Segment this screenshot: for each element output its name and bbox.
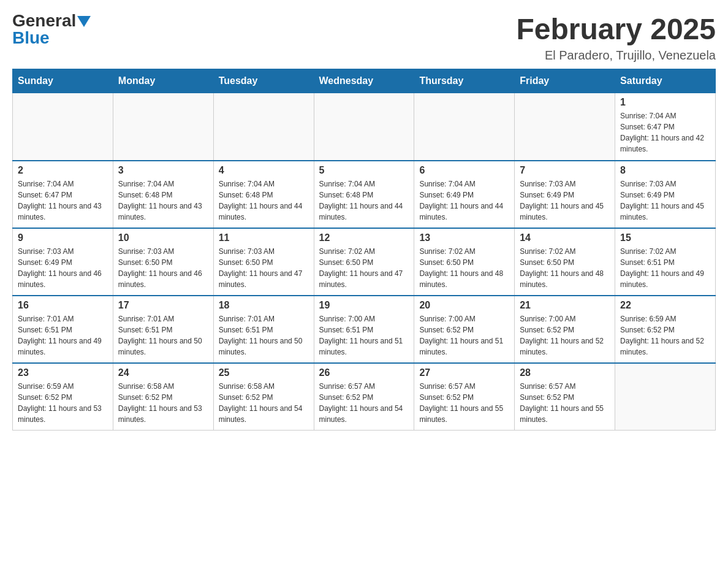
day-info: Sunrise: 7:03 AMSunset: 6:49 PMDaylight:… [520, 178, 610, 223]
day-info: Sunrise: 7:03 AMSunset: 6:50 PMDaylight:… [219, 246, 309, 290]
day-number: 20 [419, 300, 509, 311]
header-monday: Monday [113, 69, 213, 93]
header-thursday: Thursday [414, 69, 515, 93]
day-number: 27 [419, 367, 509, 378]
table-row: 6Sunrise: 7:04 AMSunset: 6:49 PMDaylight… [414, 161, 515, 228]
table-row: 27Sunrise: 6:57 AMSunset: 6:52 PMDayligh… [414, 363, 515, 431]
table-row: 21Sunrise: 7:00 AMSunset: 6:52 PMDayligh… [515, 296, 615, 363]
day-number: 28 [520, 367, 610, 378]
table-row [213, 93, 314, 161]
day-number: 15 [620, 232, 710, 243]
day-info: Sunrise: 6:58 AMSunset: 6:52 PMDaylight:… [118, 381, 208, 425]
day-info: Sunrise: 7:00 AMSunset: 6:51 PMDaylight:… [319, 313, 409, 358]
table-row: 10Sunrise: 7:03 AMSunset: 6:50 PMDayligh… [113, 228, 213, 296]
table-row: 4Sunrise: 7:04 AMSunset: 6:48 PMDaylight… [213, 161, 314, 228]
day-info: Sunrise: 7:00 AMSunset: 6:52 PMDaylight:… [520, 313, 610, 358]
day-number: 26 [319, 367, 409, 378]
day-number: 7 [520, 165, 610, 176]
table-row: 7Sunrise: 7:03 AMSunset: 6:49 PMDaylight… [515, 161, 615, 228]
day-number: 3 [118, 165, 208, 176]
svg-marker-0 [77, 16, 91, 27]
table-row: 17Sunrise: 7:01 AMSunset: 6:51 PMDayligh… [113, 296, 213, 363]
header-sunday: Sunday [13, 69, 113, 93]
day-number: 13 [419, 232, 509, 243]
header-friday: Friday [515, 69, 615, 93]
logo-triangle-icon [77, 16, 91, 27]
weekday-header-row: Sunday Monday Tuesday Wednesday Thursday… [13, 69, 716, 93]
day-number: 14 [520, 232, 610, 243]
table-row [113, 93, 213, 161]
calendar-week-row: 9Sunrise: 7:03 AMSunset: 6:49 PMDaylight… [13, 228, 716, 296]
table-row: 20Sunrise: 7:00 AMSunset: 6:52 PMDayligh… [414, 296, 515, 363]
table-row: 23Sunrise: 6:59 AMSunset: 6:52 PMDayligh… [13, 363, 113, 431]
title-area: February 2025 El Paradero, Trujillo, Ven… [516, 12, 716, 63]
calendar-table: Sunday Monday Tuesday Wednesday Thursday… [12, 69, 716, 431]
day-number: 12 [319, 232, 409, 243]
table-row: 5Sunrise: 7:04 AMSunset: 6:48 PMDaylight… [314, 161, 414, 228]
table-row: 3Sunrise: 7:04 AMSunset: 6:48 PMDaylight… [113, 161, 213, 228]
day-info: Sunrise: 7:01 AMSunset: 6:51 PMDaylight:… [118, 313, 208, 358]
table-row: 22Sunrise: 6:59 AMSunset: 6:52 PMDayligh… [615, 296, 716, 363]
day-info: Sunrise: 6:57 AMSunset: 6:52 PMDaylight:… [520, 381, 610, 425]
calendar-week-row: 2Sunrise: 7:04 AMSunset: 6:47 PMDaylight… [13, 161, 716, 228]
table-row: 1Sunrise: 7:04 AMSunset: 6:47 PMDaylight… [615, 93, 716, 161]
day-number: 18 [219, 300, 309, 311]
day-number: 17 [118, 300, 208, 311]
table-row [515, 93, 615, 161]
header-wednesday: Wednesday [314, 69, 414, 93]
day-info: Sunrise: 7:00 AMSunset: 6:52 PMDaylight:… [419, 313, 509, 358]
day-number: 24 [118, 367, 208, 378]
day-info: Sunrise: 7:04 AMSunset: 6:48 PMDaylight:… [219, 178, 309, 223]
day-info: Sunrise: 7:02 AMSunset: 6:50 PMDaylight:… [419, 246, 509, 290]
calendar-week-row: 1Sunrise: 7:04 AMSunset: 6:47 PMDaylight… [13, 93, 716, 161]
day-info: Sunrise: 7:03 AMSunset: 6:49 PMDaylight:… [18, 246, 108, 290]
day-number: 22 [620, 300, 710, 311]
day-number: 16 [18, 300, 108, 311]
header: General Blue February 2025 El Paradero, … [12, 12, 716, 63]
day-number: 5 [319, 165, 409, 176]
logo: General Blue [12, 12, 91, 47]
table-row [13, 93, 113, 161]
day-info: Sunrise: 7:02 AMSunset: 6:51 PMDaylight:… [620, 246, 710, 290]
day-info: Sunrise: 6:58 AMSunset: 6:52 PMDaylight:… [219, 381, 309, 425]
day-info: Sunrise: 7:04 AMSunset: 6:48 PMDaylight:… [319, 178, 409, 223]
table-row [314, 93, 414, 161]
day-number: 11 [219, 232, 309, 243]
day-number: 10 [118, 232, 208, 243]
logo-blue-text: Blue [12, 29, 50, 47]
table-row: 25Sunrise: 6:58 AMSunset: 6:52 PMDayligh… [213, 363, 314, 431]
table-row [615, 363, 716, 431]
day-number: 1 [620, 97, 710, 108]
calendar-week-row: 16Sunrise: 7:01 AMSunset: 6:51 PMDayligh… [13, 296, 716, 363]
day-number: 2 [18, 165, 108, 176]
day-info: Sunrise: 7:01 AMSunset: 6:51 PMDaylight:… [18, 313, 108, 358]
day-info: Sunrise: 7:04 AMSunset: 6:49 PMDaylight:… [419, 178, 509, 223]
day-info: Sunrise: 6:59 AMSunset: 6:52 PMDaylight:… [620, 313, 710, 358]
day-info: Sunrise: 6:57 AMSunset: 6:52 PMDaylight:… [319, 381, 409, 425]
table-row: 24Sunrise: 6:58 AMSunset: 6:52 PMDayligh… [113, 363, 213, 431]
day-number: 23 [18, 367, 108, 378]
table-row: 18Sunrise: 7:01 AMSunset: 6:51 PMDayligh… [213, 296, 314, 363]
calendar-week-row: 23Sunrise: 6:59 AMSunset: 6:52 PMDayligh… [13, 363, 716, 431]
table-row: 19Sunrise: 7:00 AMSunset: 6:51 PMDayligh… [314, 296, 414, 363]
day-number: 25 [219, 367, 309, 378]
day-number: 19 [319, 300, 409, 311]
table-row: 13Sunrise: 7:02 AMSunset: 6:50 PMDayligh… [414, 228, 515, 296]
day-info: Sunrise: 7:04 AMSunset: 6:47 PMDaylight:… [18, 178, 108, 223]
table-row: 14Sunrise: 7:02 AMSunset: 6:50 PMDayligh… [515, 228, 615, 296]
day-number: 9 [18, 232, 108, 243]
table-row: 11Sunrise: 7:03 AMSunset: 6:50 PMDayligh… [213, 228, 314, 296]
location-subtitle: El Paradero, Trujillo, Venezuela [516, 48, 716, 63]
day-info: Sunrise: 7:02 AMSunset: 6:50 PMDaylight:… [520, 246, 610, 290]
day-number: 8 [620, 165, 710, 176]
header-saturday: Saturday [615, 69, 716, 93]
day-number: 6 [419, 165, 509, 176]
table-row: 28Sunrise: 6:57 AMSunset: 6:52 PMDayligh… [515, 363, 615, 431]
month-year-title: February 2025 [516, 12, 716, 46]
table-row: 12Sunrise: 7:02 AMSunset: 6:50 PMDayligh… [314, 228, 414, 296]
day-info: Sunrise: 6:59 AMSunset: 6:52 PMDaylight:… [18, 381, 108, 425]
day-number: 21 [520, 300, 610, 311]
day-number: 4 [219, 165, 309, 176]
header-tuesday: Tuesday [213, 69, 314, 93]
day-info: Sunrise: 7:04 AMSunset: 6:47 PMDaylight:… [620, 110, 710, 155]
